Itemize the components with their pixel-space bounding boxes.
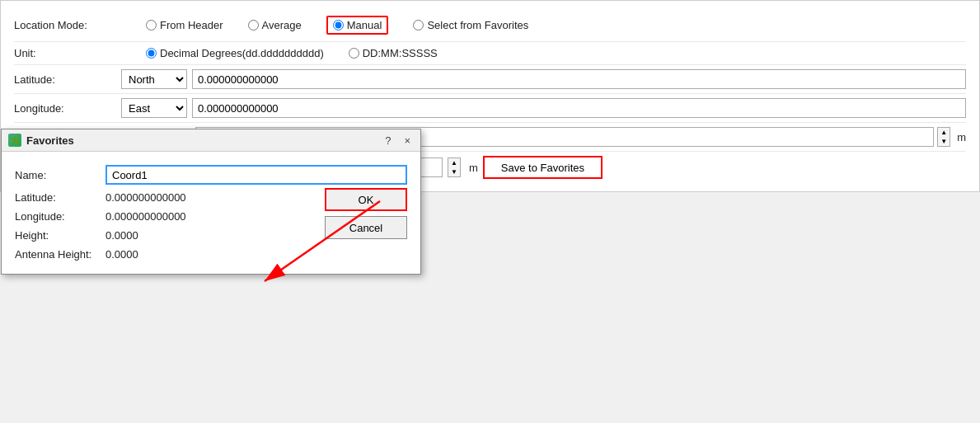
dialog-height-row: Height: 0.0000	[15, 226, 312, 245]
dialog-body: Name: Latitude: 0.000000000000 Longitude…	[2, 152, 420, 274]
longitude-input[interactable]	[192, 98, 966, 118]
radio-ddmm-input[interactable]	[349, 48, 359, 59]
dialog-name-label: Name:	[15, 169, 106, 181]
favorites-dialog: 🌿 Favorites ? × Name: Latitude: 0.000000…	[1, 129, 421, 275]
dialog-ok-button[interactable]: OK	[325, 188, 407, 211]
radio-manual-input[interactable]	[333, 20, 344, 31]
radio-manual-highlighted[interactable]: Manual	[326, 16, 389, 35]
longitude-row: Longitude: East West	[14, 94, 966, 123]
latitude-row: Latitude: North South	[14, 65, 966, 94]
unit-row: Unit: Decimal Degrees(dd.dddddddddd) DD:…	[14, 42, 966, 65]
latitude-label: Latitude:	[14, 73, 121, 86]
dialog-lon-label: Longitude:	[15, 210, 106, 223]
antenna-spinner[interactable]: ▲ ▼	[448, 157, 461, 177]
radio-average-input[interactable]	[248, 20, 259, 31]
radio-favorites-label: Select from Favorites	[427, 19, 528, 31]
radio-manual-label: Manual	[347, 19, 382, 31]
dialog-longitude-row: Longitude: 0.000000000000	[15, 207, 312, 226]
dialog-lon-value: 0.000000000000	[106, 210, 186, 223]
unit-label: Unit:	[14, 47, 121, 59]
radio-favorites[interactable]: Select from Favorites	[413, 19, 528, 31]
wgs84-spinner-up[interactable]: ▲	[938, 128, 950, 137]
dialog-titlebar: 🌿 Favorites ? ×	[2, 129, 420, 152]
radio-ddmm-label: DD:MM:SSSSS	[363, 47, 438, 59]
latitude-direction-select[interactable]: North South	[121, 69, 187, 89]
radio-from-header-input[interactable]	[146, 20, 157, 31]
latitude-controls: North South	[121, 69, 966, 89]
save-to-favorites-button[interactable]: Save to Favorites	[483, 156, 603, 179]
longitude-controls: East West	[121, 98, 966, 118]
dialog-lat-label: Latitude:	[15, 191, 106, 204]
antenna-spinner-down[interactable]: ▼	[448, 167, 460, 176]
dialog-content-area: Latitude: 0.000000000000 Longitude: 0.00…	[15, 188, 407, 264]
latitude-input[interactable]	[192, 69, 966, 89]
dialog-height-value: 0.0000	[106, 229, 138, 242]
dialog-latitude-row: Latitude: 0.000000000000	[15, 188, 312, 207]
radio-from-header[interactable]: From Header	[146, 19, 223, 31]
radio-ddmmsssss[interactable]: DD:MM:SSSSS	[349, 47, 438, 59]
radio-favorites-input[interactable]	[413, 20, 424, 31]
antenna-spinner-up[interactable]: ▲	[448, 158, 460, 167]
dialog-height-label: Height:	[15, 229, 106, 242]
dialog-antenna-label: Antenna Height:	[15, 248, 106, 261]
dialog-name-row: Name:	[15, 162, 407, 188]
wgs84-spinner[interactable]: ▲ ▼	[937, 127, 950, 147]
radio-decimal-degrees[interactable]: Decimal Degrees(dd.dddddddddd)	[146, 47, 324, 59]
dialog-title: Favorites	[26, 134, 375, 147]
dialog-cancel-button[interactable]: Cancel	[325, 216, 407, 239]
antenna-unit: m	[469, 162, 478, 174]
dialog-help-button[interactable]: ?	[380, 134, 396, 147]
radio-decimal-label: Decimal Degrees(dd.dddddddddd)	[160, 47, 324, 59]
wgs84-spinner-down[interactable]: ▼	[938, 137, 950, 146]
dialog-name-input[interactable]	[106, 165, 407, 185]
dialog-antenna-row: Antenna Height: 0.0000	[15, 245, 312, 264]
location-mode-label: Location Mode:	[14, 19, 121, 31]
dialog-close-button[interactable]: ×	[401, 134, 414, 147]
radio-average-label: Average	[262, 19, 302, 31]
longitude-direction-select[interactable]: East West	[121, 98, 187, 118]
radio-average[interactable]: Average	[248, 19, 302, 31]
dialog-buttons: OK Cancel	[325, 188, 407, 239]
wgs84-unit: m	[957, 131, 966, 143]
location-mode-row: Location Mode: From Header Average Manua…	[14, 9, 966, 42]
dialog-lat-value: 0.000000000000	[106, 191, 186, 204]
longitude-label: Longitude:	[14, 102, 121, 115]
radio-decimal-input[interactable]	[146, 48, 157, 59]
dialog-antenna-value: 0.0000	[106, 248, 138, 261]
favorites-dialog-overlay: 🌿 Favorites ? × Name: Latitude: 0.000000…	[1, 129, 421, 275]
radio-from-header-label: From Header	[160, 19, 223, 31]
dialog-icon: 🌿	[8, 134, 21, 147]
dialog-fields: Latitude: 0.000000000000 Longitude: 0.00…	[15, 188, 312, 264]
